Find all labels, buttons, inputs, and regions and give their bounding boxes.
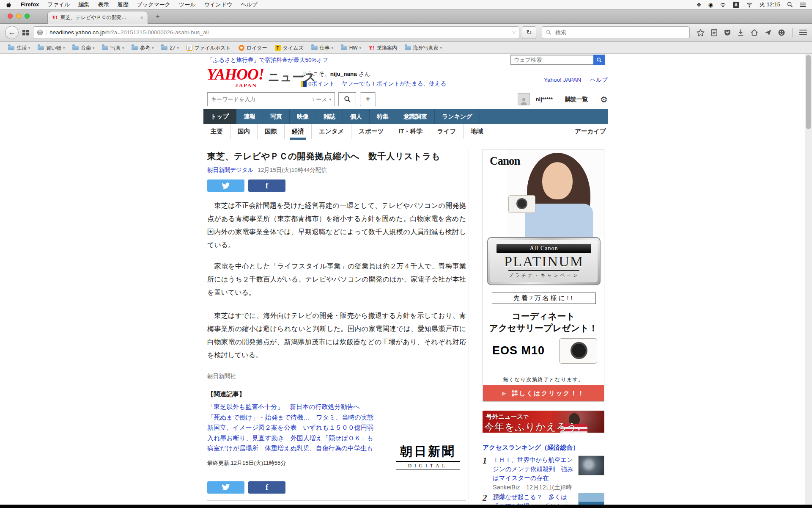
keyword-search-button[interactable] (338, 92, 356, 106)
minimize-window-button[interactable] (16, 14, 21, 19)
search-scope-dropdown[interactable]: ニュース▾ (302, 96, 335, 103)
menu-file[interactable]: ファイル (43, 0, 74, 9)
subscription-list-link[interactable]: 購読一覧 (565, 96, 588, 103)
source-link[interactable]: 朝日新聞デジタル (207, 166, 253, 174)
menu-window[interactable]: ウインドウ (200, 0, 237, 9)
web-search-button[interactable] (593, 55, 605, 65)
web-search-input[interactable] (510, 55, 593, 65)
downloads-icon[interactable] (737, 29, 744, 36)
ad-cta-button[interactable]: ▶ 詳しくはクリック！！ (483, 385, 604, 401)
canon-ad[interactable]: Canon All Canon PLATINUM プラチナ・キャンペーン 先着2… (483, 149, 604, 402)
archive-link[interactable]: アーカイブ (575, 127, 608, 135)
reading-list-icon[interactable] (710, 29, 718, 36)
new-tab-button[interactable]: + (152, 12, 163, 21)
nav-tab-top[interactable]: トップ (203, 109, 236, 124)
recent-pages-icon[interactable] (22, 29, 30, 36)
nav-tab-video[interactable]: 映像 (290, 109, 316, 124)
bookmark-folder-life[interactable]: 生活▾ (4, 44, 34, 52)
bookmark-times[interactable]: Tタイムズ (271, 44, 307, 52)
subnav-life[interactable]: ライフ (430, 124, 464, 139)
subnav-international[interactable]: 国際 (257, 124, 284, 139)
menu-tools[interactable]: ツール (175, 0, 200, 9)
menu-hamburger-icon[interactable] (799, 30, 807, 36)
filepost-icon: F (187, 45, 192, 51)
subnav-region[interactable]: 地域 (463, 124, 490, 139)
subnav-sports[interactable]: スポーツ (351, 124, 391, 139)
bookmark-folder-overseas-photographers[interactable]: 海外写真家▾ (401, 44, 446, 52)
bookmark-star-icon[interactable] (697, 29, 705, 36)
menu-help[interactable]: ヘルプ (236, 0, 262, 9)
share-plane-icon[interactable] (764, 29, 772, 36)
smiley-icon[interactable] (778, 29, 785, 36)
points-link[interactable]: 0ポイント (308, 80, 335, 88)
subnav-economy[interactable]: 経済 (284, 124, 311, 139)
url-dropdown-icon[interactable]: ▽ (512, 30, 516, 35)
menubar-clock[interactable]: 火 12:15 (760, 1, 780, 8)
spotlight-icon[interactable] (787, 2, 793, 8)
bookmark-reuters[interactable]: ロイター (235, 44, 271, 52)
menu-history[interactable]: 履歴 (113, 0, 133, 9)
bookmark-folder-27[interactable]: 27▾ (157, 45, 182, 51)
browser-search-field[interactable] (542, 26, 690, 39)
bookmark-folder-photo[interactable]: 写真▾ (98, 44, 128, 52)
menu-edit[interactable]: 編集 (74, 0, 94, 9)
bookmark-folder-shopping[interactable]: 買い物▾ (34, 44, 69, 52)
menu-firefox[interactable]: Firefox (16, 0, 43, 9)
gear-icon[interactable]: ⚙ (600, 94, 608, 105)
facebook-share-button[interactable]: f (248, 179, 285, 192)
home-icon[interactable] (750, 29, 758, 36)
zoom-window-button[interactable] (25, 14, 30, 19)
back-button[interactable]: ← (5, 26, 19, 39)
bookmark-folder-reference[interactable]: 参考▾ (128, 44, 157, 52)
bookmark-transit[interactable]: Y!乗換案内 (365, 44, 401, 52)
user-id[interactable]: nij***** (536, 96, 553, 102)
ranking-thumbnail-engine[interactable] (578, 456, 604, 475)
add-topic-button[interactable]: + (360, 92, 376, 106)
tpoint-note-link[interactable]: ヤフーでもＴポイントがたまる、使える (342, 80, 446, 88)
creative-cloud-icon[interactable]: ◉ (708, 2, 713, 8)
yahoo-news-logo[interactable]: YAHOO! JAPAN ニュース (207, 67, 316, 89)
close-window-button[interactable] (8, 14, 13, 19)
airport-icon[interactable] (720, 2, 726, 8)
nav-tab-poll[interactable]: 意識調査 (396, 109, 435, 124)
tab-close-icon[interactable]: × (140, 14, 143, 21)
nav-tab-personal[interactable]: 個人 (343, 109, 370, 124)
menu-view[interactable]: 表示 (94, 0, 113, 9)
keyword-search-input[interactable] (208, 96, 302, 102)
input-source-icon[interactable]: A (733, 2, 739, 8)
scrollbar-thumb[interactable] (806, 55, 811, 129)
notification-center-icon[interactable] (800, 2, 806, 8)
bookmark-filepost[interactable]: Fファイルポスト (183, 44, 235, 52)
browser-search-input[interactable] (554, 29, 686, 36)
subnav-it-science[interactable]: IT・科学 (391, 124, 429, 139)
avatar[interactable] (518, 93, 530, 105)
wifi-icon[interactable] (746, 2, 753, 8)
apple-menu-icon[interactable] (0, 2, 16, 8)
ranking-link[interactable]: ＩＨＩ、世界中から航空エンジンのメンテ依頼殺到 強みはマイスターの存在 (493, 456, 573, 481)
promo-ad-link[interactable]: 「ふるさと旅行券」で宿泊料金が最大50%オフ (207, 56, 328, 64)
bookmark-folder-hw[interactable]: HW▾ (337, 45, 365, 51)
browser-tab[interactable]: Y! 東芝、テレビやＰＣの開発... × (47, 11, 148, 24)
nav-tab-magazine[interactable]: 雑誌 (316, 109, 343, 124)
url-bar[interactable]: headlines.yahoo.co.jp/hl?a=20151215-0000… (33, 26, 519, 39)
yahoo-japan-link[interactable]: Yahoo! JAPAN (544, 77, 581, 83)
pocket-icon[interactable] (724, 29, 731, 36)
subnav-main[interactable]: 主要 (203, 124, 230, 139)
nav-tab-feature[interactable]: 特集 (370, 109, 396, 124)
bookmark-folder-music[interactable]: 音楽▾ (69, 44, 98, 52)
help-link[interactable]: ヘルプ (590, 77, 608, 83)
gogai-news-banner[interactable]: 号外ニュースで 今年をふりかえろう。 (483, 411, 604, 433)
reload-button[interactable]: ↻ (522, 26, 536, 39)
nav-tab-flash[interactable]: 速報 (236, 109, 263, 124)
twitter-share-button[interactable] (207, 481, 244, 494)
nav-tab-ranking[interactable]: ランキング (435, 109, 480, 124)
twitter-share-button[interactable] (207, 179, 244, 192)
subnav-entertainment[interactable]: エンタメ (311, 124, 351, 139)
dropbox-icon[interactable]: ❖ (697, 2, 702, 8)
nav-tab-photo[interactable]: 写真 (263, 109, 290, 124)
facebook-share-button[interactable]: f (248, 481, 285, 494)
subnav-domestic[interactable]: 国内 (230, 124, 257, 139)
menu-bookmarks[interactable]: ブックマーク (133, 0, 175, 9)
scrollbar[interactable] (805, 54, 812, 508)
bookmark-folder-work[interactable]: 仕事▾ (307, 44, 337, 52)
